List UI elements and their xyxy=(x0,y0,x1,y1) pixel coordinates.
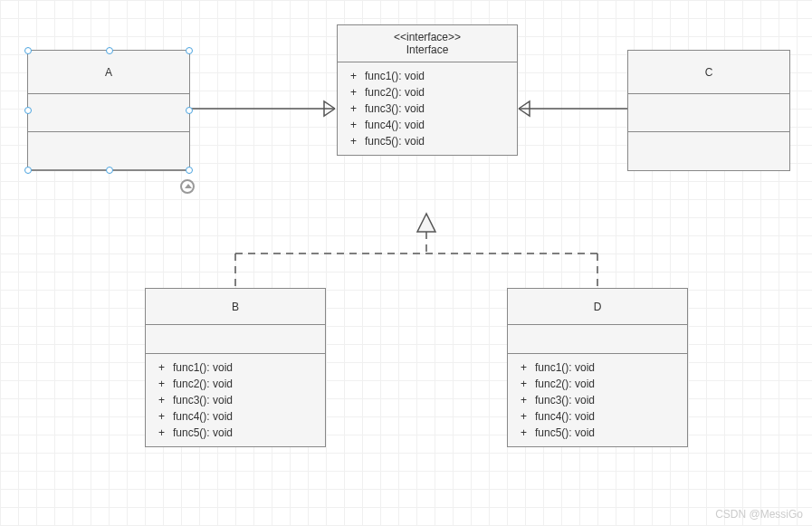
rotate-handle[interactable] xyxy=(180,179,195,194)
resize-handle-sw[interactable] xyxy=(24,167,32,174)
stereotype-label: <<interface>> xyxy=(347,31,508,43)
methods-compartment: +func1(): void +func2(): void +func3(): … xyxy=(508,354,687,446)
class-d[interactable]: D +func1(): void +func2(): void +func3()… xyxy=(507,288,688,447)
class-name: D xyxy=(508,289,687,325)
watermark: CSDN @MessiGo xyxy=(715,508,803,521)
class-name: B xyxy=(146,289,325,325)
attributes-compartment xyxy=(146,325,325,354)
methods-compartment xyxy=(628,132,789,170)
methods-compartment xyxy=(28,132,189,170)
class-name: Interface xyxy=(347,43,508,56)
resize-handle-ne[interactable] xyxy=(186,47,193,54)
class-name: C xyxy=(628,51,789,94)
resize-handle-e[interactable] xyxy=(186,107,193,114)
resize-handle-n[interactable] xyxy=(106,47,113,54)
resize-handle-nw[interactable] xyxy=(24,47,32,54)
class-name: A xyxy=(28,51,189,94)
resize-handle-se[interactable] xyxy=(186,167,193,174)
resize-handle-w[interactable] xyxy=(24,107,32,114)
attributes-compartment xyxy=(508,325,687,354)
class-a[interactable]: A xyxy=(27,50,190,171)
attributes-compartment xyxy=(28,94,189,132)
resize-handle-s[interactable] xyxy=(106,167,113,174)
methods-compartment: +func1(): void +func2(): void +func3(): … xyxy=(146,354,325,446)
class-interface[interactable]: <<interface>> Interface +func1(): void +… xyxy=(337,24,518,156)
class-c[interactable]: C xyxy=(627,50,790,171)
class-b[interactable]: B +func1(): void +func2(): void +func3()… xyxy=(145,288,326,447)
class-header: <<interface>> Interface xyxy=(338,25,517,62)
methods-compartment: +func1(): void +func2(): void +func3(): … xyxy=(338,62,517,155)
attributes-compartment xyxy=(628,94,789,132)
